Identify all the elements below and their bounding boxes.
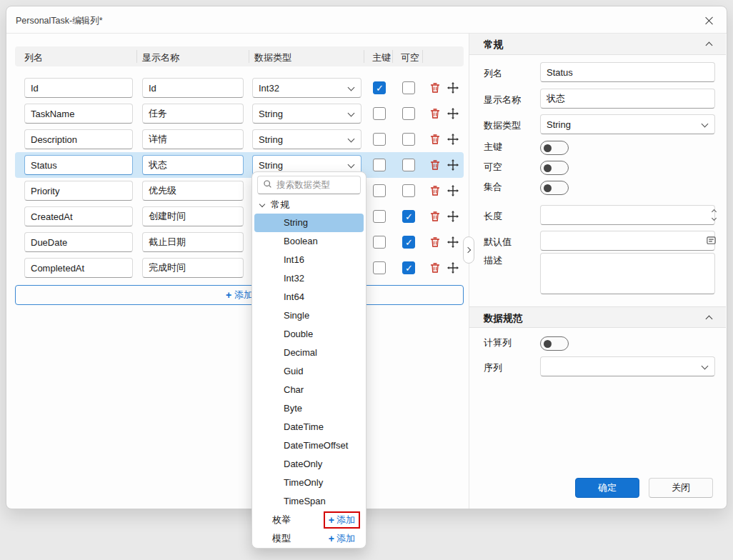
type-option-guid[interactable]: Guid [252,362,366,381]
display-name-input[interactable] [142,78,244,98]
delete-row-icon[interactable] [429,159,441,171]
collection-toggle[interactable] [540,181,569,195]
display-name-input[interactable] [142,258,244,278]
type-option-single[interactable]: Single [252,306,366,325]
type-option-timeonly[interactable]: TimeOnly [252,474,366,492]
type-search-input[interactable] [276,180,355,190]
move-row-icon[interactable] [447,236,459,248]
divider [392,50,393,63]
default-value-field[interactable] [540,231,715,251]
delete-row-icon[interactable] [429,134,441,145]
nullable-checkbox[interactable] [402,210,415,223]
type-option-datetime[interactable]: DateTime [252,418,366,436]
enum-add-button[interactable]: 添加 [325,513,359,527]
type-option-int32[interactable]: Int32 [252,269,366,288]
primary-key-checkbox[interactable] [373,261,386,274]
type-option-byte[interactable]: Byte [252,399,366,418]
type-option-string[interactable]: String [254,214,364,232]
primary-key-checkbox[interactable] [373,184,386,197]
primary-key-checkbox[interactable] [373,133,386,146]
length-field[interactable] [540,205,715,225]
column-name-input[interactable] [24,232,133,252]
model-add-button[interactable]: 添加 [325,531,359,546]
type-option-label: Guid [284,366,303,376]
column-name-input[interactable] [24,258,133,278]
delete-row-icon[interactable] [429,82,441,94]
close-dialog-button[interactable]: 关闭 [649,478,713,498]
move-row-icon[interactable] [447,108,459,119]
move-row-icon[interactable] [447,185,459,196]
section-general[interactable]: 常规 [469,34,726,55]
data-type-select[interactable]: String [252,104,361,124]
number-spinner[interactable] [712,210,716,220]
add-column-button[interactable]: 添加 [15,285,464,305]
primary-key-checkbox[interactable] [373,159,386,171]
delete-row-icon[interactable] [429,185,441,196]
display-name-input[interactable] [142,155,244,175]
type-option-decimal[interactable]: Decimal [252,344,366,362]
type-option-datetimeoffset[interactable]: DateTimeOffset [252,436,366,455]
display-name-input[interactable] [142,129,244,149]
nullable-checkbox[interactable] [402,261,415,274]
display-name-input[interactable] [142,104,244,124]
type-option-label: Boolean [284,236,318,246]
move-row-icon[interactable] [447,82,459,94]
type-option-double[interactable]: Double [252,325,366,344]
primary-key-toggle[interactable] [540,141,569,155]
move-row-icon[interactable] [447,159,459,171]
nullable-toggle[interactable] [540,161,569,175]
computed-column-toggle[interactable] [540,336,569,351]
default-value-editor-icon[interactable] [706,235,717,249]
collection-label: 集合 [484,181,502,194]
type-option-boolean[interactable]: Boolean [252,232,366,251]
type-option-dateonly[interactable]: DateOnly [252,455,366,474]
column-name-input[interactable] [24,181,133,201]
delete-row-icon[interactable] [429,262,441,274]
nullable-checkbox[interactable] [402,236,415,249]
header-column-name: 列名 [24,51,43,64]
header-data-type: 数据类型 [254,51,291,64]
display-name-input[interactable] [142,206,244,226]
delete-row-icon[interactable] [429,211,441,222]
move-row-icon[interactable] [447,134,459,145]
data-type-dropdown[interactable]: String [540,114,715,134]
sequence-dropdown[interactable] [540,356,715,376]
plus-icon [329,533,334,544]
ok-button[interactable]: 确定 [575,478,639,498]
close-button[interactable] [701,12,718,29]
move-row-icon[interactable] [447,211,459,222]
type-option-timespan[interactable]: TimeSpan [252,492,366,511]
display-name-input[interactable] [142,232,244,252]
description-field[interactable] [540,253,715,294]
primary-key-checkbox[interactable] [373,210,386,223]
column-name-input[interactable] [24,78,133,98]
delete-row-icon[interactable] [429,236,441,248]
section-data-spec[interactable]: 数据规范 [469,306,726,328]
type-option-int64[interactable]: Int64 [252,288,366,306]
collapse-panel-button[interactable] [463,236,474,264]
column-name-field[interactable] [540,62,715,82]
column-name-input[interactable] [24,129,133,149]
nullable-checkbox[interactable] [402,107,415,120]
column-name-input[interactable] [24,104,133,124]
type-search-box[interactable] [257,176,361,194]
display-name-field[interactable] [540,89,715,109]
data-type-select[interactable]: Int32 [252,78,361,98]
primary-key-checkbox[interactable] [373,107,386,120]
type-group-general[interactable]: 常规 [252,196,366,214]
table-row [15,178,464,204]
column-name-input[interactable] [24,155,133,175]
nullable-checkbox[interactable] [402,184,415,197]
type-option-char[interactable]: Char [252,381,366,399]
data-type-select[interactable]: String [252,129,361,149]
type-option-int16[interactable]: Int16 [252,251,366,269]
nullable-checkbox[interactable] [402,133,415,146]
nullable-checkbox[interactable] [402,159,415,171]
column-name-input[interactable] [24,206,133,226]
primary-key-checkbox[interactable] [373,81,386,94]
move-row-icon[interactable] [447,262,459,274]
primary-key-checkbox[interactable] [373,236,386,249]
display-name-input[interactable] [142,181,244,201]
delete-row-icon[interactable] [429,108,441,119]
nullable-checkbox[interactable] [402,81,415,94]
